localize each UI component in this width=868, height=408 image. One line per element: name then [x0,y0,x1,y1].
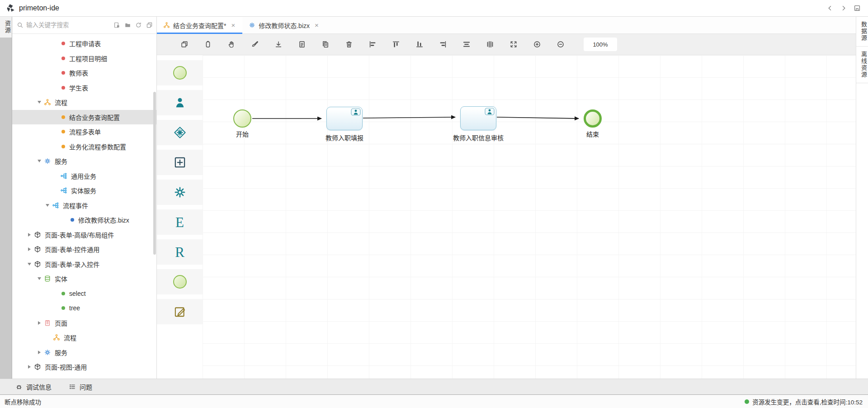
bottom-tab[interactable]: 问题 [69,382,92,391]
tree-item[interactable]: 流程 [12,330,156,345]
align-center-button[interactable] [462,40,471,48]
tree-expand-arrow[interactable] [26,364,33,370]
zoom-level-indicator[interactable]: 100% [584,38,617,51]
diagram-canvas[interactable]: 开始教师入职填报教师入职信息审核结束 [203,55,856,379]
tree-scrollbar[interactable] [153,92,156,255]
close-tab-icon[interactable]: × [231,21,235,29]
rail-tab-datasource[interactable]: 数据源 [856,17,868,47]
flow-node-user-task[interactable] [460,106,496,130]
flow-node-label: 结束 [586,129,599,138]
palette-add-node[interactable] [157,150,203,175]
editor-tab[interactable]: 结合业务查询配置*× [157,17,242,33]
tree-item[interactable]: 页面-视图-通用 [12,360,156,375]
dot-icon [61,130,65,133]
align-right-button[interactable] [439,40,447,48]
delete-button[interactable] [345,40,353,48]
tree-item[interactable]: 页面-表单-控件通用 [12,242,156,257]
tree-item[interactable]: 实体服务 [12,183,156,198]
tree-item[interactable]: 页面-表单-录入控件 [12,257,156,272]
download-button[interactable] [274,40,283,48]
flow-node-user-task[interactable] [326,107,363,130]
no-arrow [52,172,59,179]
back-icon[interactable] [826,5,834,12]
flow-node-label: 教师入职信息审核 [453,133,504,142]
zoom-out-button[interactable] [557,40,565,48]
document-button[interactable] [298,40,306,48]
tree-expand-arrow[interactable] [44,202,51,209]
tree-expand-arrow[interactable] [26,261,33,267]
tree-item[interactable]: 工程项目明细 [12,51,156,66]
search-input[interactable] [26,22,113,28]
tree-item[interactable]: 流程 [12,95,156,110]
resource-tree: 工程申请表工程项目明细教师表学生表流程结合业务查询配置流程多表单业务化流程参数配… [12,34,156,379]
tree-expand-arrow[interactable] [26,246,33,253]
tree-item[interactable]: 流程事件 [12,198,156,213]
palette-gateway[interactable] [157,120,203,145]
palette-event-e[interactable]: E [157,209,203,235]
palette-user-task[interactable] [157,90,203,115]
palette-rule-r[interactable]: R [157,239,203,265]
tree-item[interactable]: 业务化流程参数配置 [12,139,156,154]
flow-edge[interactable] [363,117,455,118]
editor-tab[interactable]: 修改教师状态.bizx× [242,17,326,33]
align-left-button[interactable] [368,40,377,48]
copy-button[interactable] [180,40,189,48]
brush-button[interactable] [251,40,259,48]
align-bottom-button[interactable] [415,40,424,48]
rail-tab-resources[interactable]: 资源 [0,17,12,38]
tree-expand-arrow[interactable] [36,275,42,282]
zoom-in-button[interactable] [533,40,541,48]
editor-tab-label: 修改教师状态.bizx [259,21,310,30]
tree-expand-arrow[interactable] [36,349,42,356]
tree-expand-arrow[interactable] [36,158,42,165]
tree-expand-arrow[interactable] [36,319,42,326]
tree-item[interactable]: 通用业务 [12,169,156,184]
align-top-button[interactable] [392,40,400,48]
tree-item[interactable]: 服务 [12,154,156,169]
tree-item-label: 流程 [64,333,76,342]
no-arrow [53,305,60,312]
palette-end-event[interactable] [157,269,203,294]
refresh-icon[interactable] [135,22,142,28]
tree-item[interactable]: select [12,286,156,301]
tree-item[interactable]: 学生表 [12,81,156,95]
paste-button[interactable] [204,40,212,48]
palette-edit-node[interactable] [157,299,203,324]
distribute-vertical-button[interactable] [486,40,494,48]
duplicate-button[interactable] [321,40,330,48]
flow-node-start-event[interactable] [233,109,251,128]
locate-file-icon[interactable] [113,22,120,28]
palette-service-task[interactable] [157,180,203,205]
tree-item[interactable]: 服务 [12,345,156,360]
bottom-tab[interactable]: 调试信息 [15,382,52,391]
pan-hand-button[interactable] [227,40,236,48]
resource-change-message[interactable]: 资源发生变更，点击查看,检查时间:10:52 [752,397,863,406]
editor-area: 结合业务查询配置*×修改教师状态.bizx× 100% ER 开始教师入职填报教… [157,17,856,379]
new-folder-icon[interactable] [124,22,131,28]
tree-expand-arrow[interactable] [26,231,33,238]
tree-item[interactable]: 流程多表单 [12,124,156,139]
tree-item-label: 修改教师状态.bizx [78,215,129,224]
tree-item[interactable]: tree [12,301,156,316]
fit-screen-button[interactable] [509,40,518,48]
dot-icon [61,71,65,75]
tree-item[interactable]: 教师表 [12,66,156,81]
tree-item[interactable]: 结合业务查询配置 [12,110,156,125]
dot-icon [61,145,65,148]
tree-item[interactable]: 页面 [12,316,156,331]
forward-icon[interactable] [840,5,847,12]
palette-start-event[interactable] [157,60,203,85]
flow-node-end-event[interactable] [584,109,602,128]
tree-item[interactable]: 修改教师状态.bizx [12,213,156,228]
tree-item[interactable]: 实体 [12,271,156,286]
save-layout-icon[interactable] [854,5,861,12]
tree-expand-arrow[interactable] [36,99,42,106]
collapse-all-icon[interactable] [146,22,153,28]
flow-icon [163,22,170,28]
tree-item[interactable]: 页面-表单-高级/布局组件 [12,228,156,242]
rail-tab-offline-resources[interactable]: 离线资源 [856,47,868,83]
tree-item[interactable]: 工程申请表 [12,36,156,51]
close-tab-icon[interactable]: × [315,21,319,29]
flow-edge[interactable] [497,117,579,119]
tree-item-label: 页面-表单-控件通用 [45,245,99,254]
